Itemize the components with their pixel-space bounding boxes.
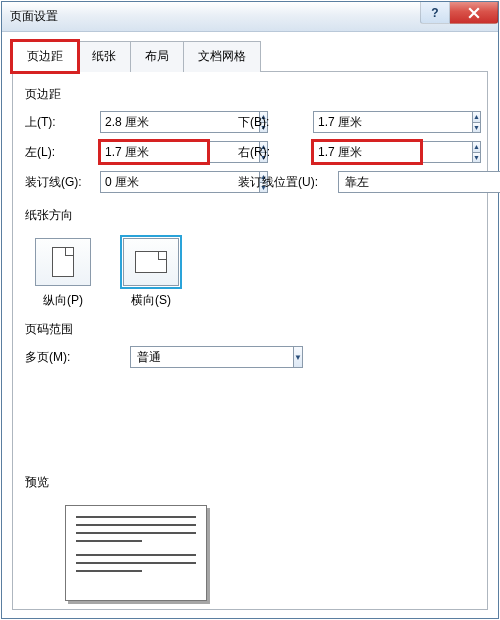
chevron-down-icon: ▼: [294, 353, 302, 362]
tab-layout[interactable]: 布局: [130, 41, 184, 72]
gutter-pos-label: 装订线位置(U):: [238, 174, 338, 191]
margin-row-gutter: 装订线(G): ▲ ▼ 装订线位置(U): ▼: [25, 171, 475, 193]
right-spin-buttons: ▲ ▼: [472, 141, 481, 163]
pages-multi-row: 多页(M): ▼: [25, 346, 475, 368]
multi-input[interactable]: [130, 346, 293, 368]
landscape-page-icon: [135, 251, 167, 273]
titlebar-buttons: ?: [420, 2, 498, 24]
content-area: 页边距 纸张 布局 文档网格 页边距 上(T): ▲ ▼ 下(B):: [2, 32, 498, 618]
tab-strip: 页边距 纸张 布局 文档网格: [12, 40, 488, 72]
tab-panel: 页边距 上(T): ▲ ▼ 下(B): ▲ ▼: [12, 72, 488, 610]
portrait-label: 纵向(P): [43, 292, 83, 309]
help-button[interactable]: ?: [420, 2, 450, 24]
multi-dropdown-button[interactable]: ▼: [293, 346, 303, 368]
landscape-box: [123, 238, 179, 286]
gutter-input[interactable]: [100, 171, 259, 193]
preview-section: 预览: [25, 468, 475, 601]
preview-page: [65, 505, 207, 601]
bottom-input[interactable]: [313, 111, 472, 133]
spin-down-icon[interactable]: ▼: [473, 153, 480, 163]
spin-up-icon[interactable]: ▲: [473, 112, 480, 123]
help-icon: ?: [431, 6, 438, 20]
window-title: 页面设置: [10, 8, 58, 25]
margin-row-left-right: 左(L): ▲ ▼ 右(R): ▲ ▼: [25, 141, 475, 163]
landscape-label: 横向(S): [131, 292, 171, 309]
margin-row-top-bottom: 上(T): ▲ ▼ 下(B): ▲ ▼: [25, 111, 475, 133]
orientation-landscape[interactable]: 横向(S): [119, 238, 183, 309]
close-button[interactable]: [450, 2, 498, 24]
top-input[interactable]: [100, 111, 259, 133]
spin-down-icon[interactable]: ▼: [473, 123, 480, 133]
tab-grid[interactable]: 文档网格: [183, 41, 261, 72]
margins-section-label: 页边距: [25, 86, 475, 103]
right-spinner: ▲ ▼: [313, 141, 421, 163]
multi-select: ▼: [130, 346, 270, 368]
bottom-spin-buttons: ▲ ▼: [472, 111, 481, 133]
portrait-page-icon: [52, 247, 74, 277]
orientation-portrait[interactable]: 纵向(P): [31, 238, 95, 309]
preview-section-label: 预览: [25, 474, 475, 491]
tab-paper[interactable]: 纸张: [77, 41, 131, 72]
left-input[interactable]: [100, 141, 259, 163]
tab-margins[interactable]: 页边距: [12, 41, 78, 72]
pages-section-label: 页码范围: [25, 321, 475, 338]
orientation-group: 纵向(P) 横向(S): [31, 238, 475, 309]
portrait-box: [35, 238, 91, 286]
gutter-pos-input[interactable]: [338, 171, 500, 193]
top-label: 上(T):: [25, 114, 100, 131]
spin-up-icon[interactable]: ▲: [473, 142, 480, 153]
gutter-pos-select: ▼: [338, 171, 446, 193]
top-spinner: ▲ ▼: [100, 111, 208, 133]
left-spinner: ▲ ▼: [100, 141, 208, 163]
multi-label: 多页(M):: [25, 349, 100, 366]
orientation-section-label: 纸张方向: [25, 207, 475, 224]
gutter-label: 装订线(G):: [25, 174, 100, 191]
titlebar: 页面设置 ?: [2, 2, 498, 32]
right-label: 右(R):: [238, 144, 313, 161]
gutter-spinner: ▲ ▼: [100, 171, 208, 193]
left-label: 左(L):: [25, 144, 100, 161]
bottom-spinner: ▲ ▼: [313, 111, 421, 133]
page-setup-dialog: 页面设置 ? 页边距 纸张 布局 文档网格 页边距 上(T):: [1, 1, 499, 619]
close-icon: [468, 7, 480, 19]
bottom-label: 下(B):: [238, 114, 313, 131]
right-input[interactable]: [313, 141, 472, 163]
